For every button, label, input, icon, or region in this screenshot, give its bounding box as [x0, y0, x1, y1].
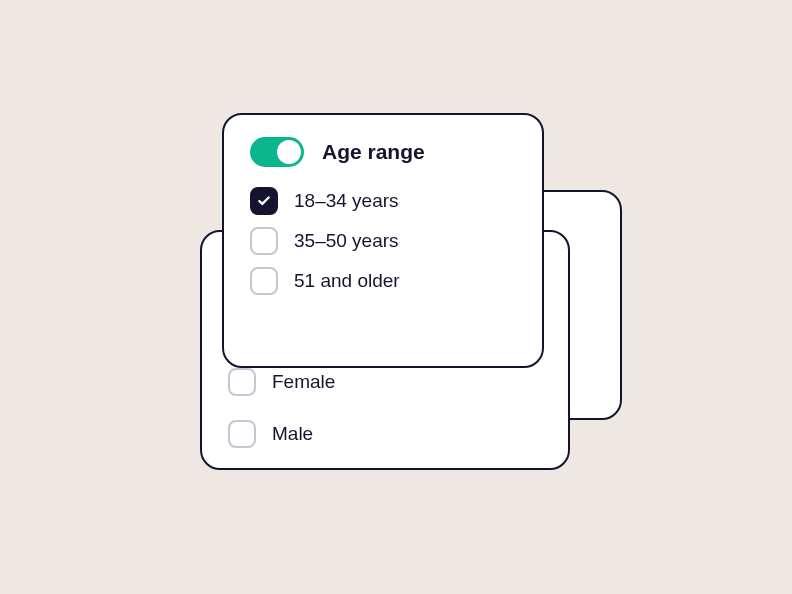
toggle-knob-icon — [277, 140, 301, 164]
option-label: 51 and older — [294, 270, 400, 292]
checkbox-icon — [228, 420, 256, 448]
age-option-18-34[interactable]: 18–34 years — [250, 187, 516, 215]
age-filter-card: Age range 18–34 years 35–50 years 51 and… — [222, 113, 544, 368]
gender-option-female[interactable]: Female — [228, 368, 542, 396]
age-option-51-plus[interactable]: 51 and older — [250, 267, 516, 295]
age-toggle-row: Age range — [250, 137, 516, 167]
age-toggle[interactable] — [250, 137, 304, 167]
section-title: Age range — [322, 140, 425, 164]
checkbox-icon — [250, 267, 278, 295]
checkbox-icon — [228, 368, 256, 396]
option-label: 18–34 years — [294, 190, 399, 212]
age-option-35-50[interactable]: 35–50 years — [250, 227, 516, 255]
checkbox-icon — [250, 227, 278, 255]
option-label: Female — [272, 371, 335, 393]
option-label: Male — [272, 423, 313, 445]
gender-option-male[interactable]: Male — [228, 420, 542, 448]
option-label: 35–50 years — [294, 230, 399, 252]
checkbox-icon — [250, 187, 278, 215]
